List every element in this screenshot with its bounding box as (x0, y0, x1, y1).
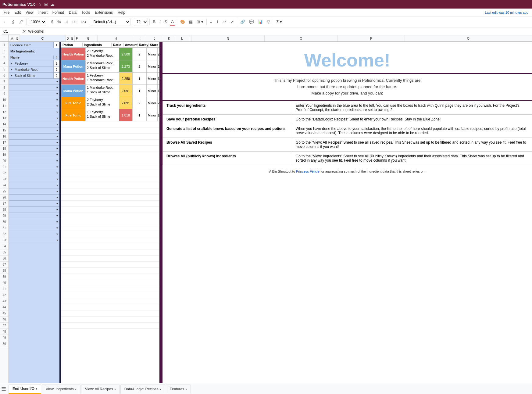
feyberry-dropdown[interactable]: ▾ (9, 62, 14, 65)
row-num-18[interactable]: 18 (0, 146, 9, 152)
empty-dropdown-11[interactable]: ▾ (55, 147, 59, 150)
empty-dropdown-5[interactable]: ▾ (55, 110, 59, 114)
menu-edit[interactable]: Edit (12, 10, 23, 15)
empty-dropdown-24[interactable]: ▾ (55, 226, 59, 230)
row-num-12[interactable]: 12 (0, 109, 9, 115)
empty-dropdown-14[interactable]: ▾ (55, 165, 59, 169)
row-num-28[interactable]: 28 (0, 207, 9, 213)
row-num-22[interactable]: 22 (0, 170, 9, 176)
tab-view-all-recipes[interactable]: View: All Recipes ▾ (81, 385, 120, 394)
col-e-header[interactable]: E (70, 35, 75, 41)
star-icon[interactable]: ☆ (38, 2, 42, 7)
wrap-button[interactable]: ↵ (222, 19, 228, 25)
mandrake-dropdown[interactable]: ▾ (9, 68, 14, 71)
col-d-header[interactable]: D (66, 35, 70, 41)
row-num-41[interactable]: 41 (0, 286, 9, 292)
row-num-1[interactable]: 1 (0, 42, 9, 48)
feyberry-amount[interactable]: 2 (53, 60, 59, 66)
empty-dropdown-0[interactable]: ▾ (55, 80, 59, 83)
currency-button[interactable]: $ (50, 19, 55, 25)
percent-button[interactable]: % (56, 19, 62, 25)
borders-button[interactable]: ▦ (187, 19, 194, 25)
sheet-menu-icon[interactable]: ☰ (1, 386, 6, 392)
rotate-button[interactable]: ↗ (229, 19, 235, 25)
tab-dropdown-features[interactable]: ▾ (185, 388, 187, 391)
tab-dropdown-view-ingredients[interactable]: ▾ (75, 388, 77, 391)
row-num-32[interactable]: 32 (0, 231, 9, 237)
zoom-select[interactable]: 100% (28, 18, 46, 26)
empty-dropdown-10[interactable]: ▾ (55, 141, 59, 144)
empty-dropdown-21[interactable]: ▾ (55, 208, 59, 211)
row-num-24[interactable]: 24 (0, 182, 9, 188)
menu-view[interactable]: View (23, 10, 36, 15)
col-a-header[interactable]: A (9, 35, 15, 41)
row-num-49[interactable]: 49 (0, 335, 9, 341)
valign-button[interactable]: ⊥ (214, 19, 221, 25)
row-num-13[interactable]: 13 (0, 115, 9, 121)
row-num-46[interactable]: 46 (0, 317, 9, 323)
empty-dropdown-19[interactable]: ▾ (55, 196, 59, 199)
menu-insert[interactable]: Insert (36, 10, 50, 15)
empty-dropdown-15[interactable]: ▾ (55, 171, 59, 175)
tab-end-user-io[interactable]: End User I/O ▾ (9, 385, 41, 394)
font-size-select[interactable]: 72 (134, 18, 148, 26)
cell-reference-input[interactable] (2, 28, 20, 35)
empty-dropdown-16[interactable]: ▾ (55, 177, 59, 181)
tab-dropdown-view-all-recipes[interactable]: ▾ (114, 388, 116, 391)
empty-dropdown-9[interactable]: ▾ (55, 135, 59, 138)
row-num-44[interactable]: 44 (0, 304, 9, 310)
row-num-26[interactable]: 26 (0, 195, 9, 201)
sack-dropdown[interactable]: ▾ (9, 74, 14, 77)
empty-dropdown-17[interactable]: ▾ (55, 184, 59, 187)
row-num-43[interactable]: 43 (0, 298, 9, 304)
row-num-21[interactable]: 21 (0, 164, 9, 170)
col-h-header[interactable]: H (98, 35, 134, 41)
col-i-header[interactable]: I (134, 35, 146, 41)
row-num-14[interactable]: 14 (0, 121, 9, 127)
font-color-button[interactable]: A (170, 18, 175, 26)
menu-tools[interactable]: Tools (79, 10, 92, 15)
row-num-19[interactable]: 19 (0, 152, 9, 158)
empty-dropdown-26[interactable]: ▾ (55, 238, 59, 242)
col-p-header[interactable]: P (338, 35, 405, 41)
print-button[interactable]: 🖨 (10, 19, 17, 25)
fill-color-button[interactable]: 🎨 (179, 19, 187, 25)
row-num-20[interactable]: 20 (0, 158, 9, 164)
decimal-less-button[interactable]: .0 (63, 19, 69, 25)
bold-button[interactable]: B (151, 19, 157, 25)
row-num-25[interactable]: 25 (0, 188, 9, 195)
undo-button[interactable]: ← (2, 19, 9, 25)
empty-dropdown-4[interactable]: ▾ (55, 104, 59, 108)
halign-button[interactable]: ≡ (208, 19, 214, 25)
row-num-38[interactable]: 38 (0, 268, 9, 274)
row-num-34[interactable]: 34 (0, 243, 9, 249)
row-num-23[interactable]: 23 (0, 176, 9, 182)
empty-dropdown-23[interactable]: ▾ (55, 220, 59, 224)
row-num-45[interactable]: 45 (0, 310, 9, 317)
last-edit-link[interactable]: Last edit was 10 minutes ago (485, 11, 531, 14)
window-minimize-icon[interactable]: ⊟ (44, 2, 48, 7)
empty-dropdown-7[interactable]: ▾ (55, 123, 59, 126)
col-g-header[interactable]: G (79, 35, 98, 41)
col-q-header[interactable]: Q (405, 35, 532, 41)
row-num-37[interactable]: 37 (0, 262, 9, 268)
menu-data[interactable]: Data (66, 10, 79, 15)
empty-dropdown-12[interactable]: ▾ (55, 153, 59, 156)
row-num-40[interactable]: 40 (0, 280, 9, 286)
empty-dropdown-1[interactable]: ▾ (55, 86, 59, 89)
empty-dropdown-2[interactable]: ▾ (55, 92, 59, 95)
col-j-header[interactable]: J (146, 35, 163, 41)
menu-file[interactable]: File (1, 10, 12, 15)
empty-dropdown-20[interactable]: ▾ (55, 202, 59, 205)
col-b-header[interactable]: B (15, 35, 20, 41)
format123-button[interactable]: 123 (79, 19, 87, 25)
col-l-header[interactable]: L (175, 35, 189, 41)
decimal-more-button[interactable]: .00 (70, 19, 78, 25)
formula-input[interactable] (28, 29, 530, 34)
row-num-16[interactable]: 16 (0, 134, 9, 140)
row-num-7[interactable]: 7 (0, 79, 9, 85)
row-num-47[interactable]: 47 (0, 323, 9, 329)
row-num-15[interactable]: 15 (0, 127, 9, 134)
cloud-icon[interactable]: ☁ (50, 2, 55, 7)
empty-dropdown-25[interactable]: ▾ (55, 232, 59, 236)
